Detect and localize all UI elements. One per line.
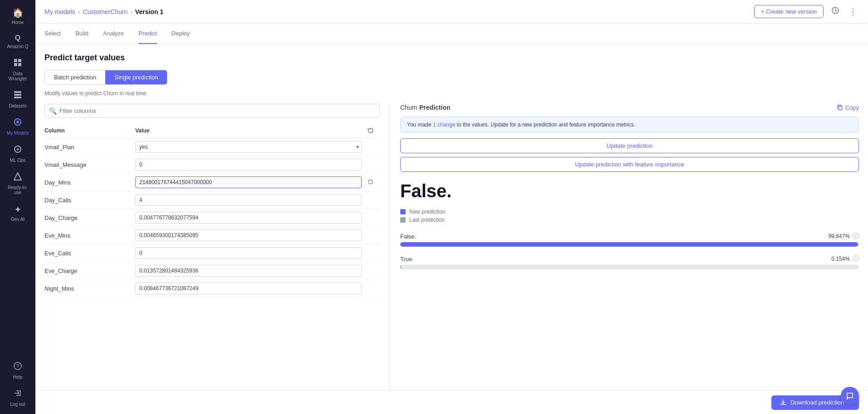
- breadcrumb-customer-churn[interactable]: CustomerChurn: [83, 8, 128, 15]
- page-title: Predict target values: [44, 53, 859, 63]
- true-bar-label: True.: [400, 256, 414, 263]
- row-column-name: Eve_Charge: [44, 268, 135, 274]
- sidebar: 🏠 Home Q Amazon Q Data Wrangler Datasets…: [0, 0, 35, 414]
- table-row: Day_Mins: [44, 174, 380, 191]
- true-pct-wrap: 0.154% ⓘ: [831, 255, 859, 263]
- header-actions: + Create new version ⋮: [754, 4, 859, 19]
- copy-label: Copy: [845, 104, 859, 111]
- churn-title-bold: Prediction: [417, 104, 450, 111]
- ready-to-use-icon: [13, 172, 22, 183]
- sidebar-item-label: Home: [12, 20, 24, 25]
- eve-charge-input[interactable]: [135, 265, 362, 277]
- subtitle: Modify values to predict Churn in real t…: [44, 90, 859, 97]
- datasets-icon: [13, 90, 22, 102]
- false-bar-track: [400, 242, 859, 247]
- update-prediction-button[interactable]: Update prediction: [400, 138, 859, 153]
- row-column-name: Night_Mins: [44, 285, 135, 292]
- sidebar-item-ready-to-use[interactable]: Ready-to-use: [2, 168, 33, 199]
- table-row: Day_Calls: [44, 191, 380, 209]
- last-prediction-dot: [400, 217, 406, 223]
- info-text-before: You made: [407, 122, 433, 128]
- right-panel: Churn Prediction Copy You made 1 change …: [389, 104, 859, 390]
- legend-label-new: New prediction: [409, 209, 445, 215]
- row-value: yes no ▾: [135, 141, 362, 153]
- tab-build[interactable]: Build: [75, 24, 88, 44]
- svg-marker-10: [14, 173, 21, 180]
- day-mins-input[interactable]: [135, 176, 362, 188]
- churn-header: Churn Prediction Copy: [400, 104, 859, 111]
- sidebar-item-amazon-q[interactable]: Q Amazon Q: [2, 30, 33, 53]
- new-prediction-dot: [400, 209, 406, 214]
- day-mins-reset-button[interactable]: [367, 178, 375, 187]
- row-column-name: Eve_Calls: [44, 250, 135, 257]
- col-header-column: Column: [44, 127, 135, 134]
- update-prediction-feature-button[interactable]: Update prediction with feature importanc…: [400, 157, 859, 172]
- history-button[interactable]: [829, 4, 842, 19]
- single-prediction-tab[interactable]: Single prediction: [105, 70, 167, 84]
- night-mins-input[interactable]: [135, 282, 362, 294]
- more-options-button[interactable]: ⋮: [847, 5, 859, 19]
- day-charge-input[interactable]: [135, 212, 362, 224]
- bottom-bar: Download prediction ▾: [35, 390, 868, 414]
- filter-input[interactable]: [44, 104, 380, 118]
- row-reset[interactable]: [362, 178, 380, 187]
- row-column-name: Eve_Mins: [44, 232, 135, 239]
- row-value: [135, 212, 362, 224]
- false-bar-row: False. 99.847% ⓘ: [400, 232, 859, 240]
- tab-select[interactable]: Select: [44, 24, 61, 44]
- table-header: Column Value: [44, 123, 380, 138]
- eve-calls-input[interactable]: [135, 247, 362, 259]
- left-panel: 🔍 Column Value Vmail_Plan: [44, 104, 389, 390]
- true-bar-track: [400, 265, 859, 269]
- day-calls-input[interactable]: [135, 194, 362, 206]
- row-value: [135, 282, 362, 294]
- sidebar-item-gen-ai[interactable]: ✦ Gen AI: [2, 200, 33, 225]
- table-row: Vmail_Message: [44, 156, 380, 174]
- ml-ops-icon: [13, 145, 22, 156]
- table-rows: Vmail_Plan yes no ▾: [44, 138, 380, 390]
- table-row: Vmail_Plan yes no ▾: [44, 138, 380, 156]
- sidebar-item-data-wrangler[interactable]: Data Wrangler: [2, 54, 33, 85]
- create-version-button[interactable]: + Create new version: [754, 5, 824, 18]
- row-value: [135, 247, 362, 259]
- tab-deploy[interactable]: Deploy: [172, 24, 190, 44]
- vmail-plan-select[interactable]: yes no: [135, 141, 362, 153]
- legend: New prediction Last prediction: [400, 209, 859, 223]
- sidebar-item-datasets[interactable]: Datasets: [2, 87, 33, 112]
- true-bar-pct: 0.154%: [831, 256, 850, 262]
- sidebar-item-home[interactable]: 🏠 Home: [2, 4, 33, 29]
- log-out-icon: [13, 389, 22, 400]
- copy-button[interactable]: Copy: [837, 104, 859, 111]
- row-column-name: Day_Mins: [44, 179, 135, 186]
- legend-label-last: Last prediction: [409, 217, 445, 223]
- sidebar-item-log-out[interactable]: Log out: [2, 385, 33, 410]
- breadcrumb-my-models[interactable]: My models: [44, 8, 75, 15]
- nav-tabs: Select Build Analyze Predict Deploy: [35, 24, 868, 44]
- false-info-icon[interactable]: ⓘ: [853, 232, 859, 240]
- eve-mins-input[interactable]: [135, 229, 362, 241]
- row-column-name: Vmail_Message: [44, 161, 135, 168]
- churn-title-plain: Churn: [400, 104, 417, 111]
- row-column-name: Day_Charge: [44, 214, 135, 221]
- churn-title: Churn Prediction: [400, 104, 451, 111]
- info-change-link[interactable]: 1 change: [433, 122, 455, 128]
- info-banner: You made 1 change to the values. Update …: [400, 117, 859, 133]
- row-value: [135, 176, 362, 188]
- content-area: Predict target values Batch prediction S…: [35, 44, 868, 390]
- vmail-message-input[interactable]: [135, 159, 362, 170]
- my-models-icon: [13, 117, 22, 129]
- svg-rect-0: [14, 59, 17, 62]
- row-value: [135, 194, 362, 206]
- svg-point-8: [16, 121, 19, 123]
- download-label: Download prediction: [790, 399, 844, 406]
- tab-predict[interactable]: Predict: [138, 24, 157, 44]
- batch-prediction-tab[interactable]: Batch prediction: [45, 70, 105, 84]
- chat-bubble[interactable]: [841, 387, 859, 405]
- sidebar-item-my-models[interactable]: My Models: [2, 114, 33, 139]
- col-header-reset: [362, 127, 380, 134]
- tab-analyze[interactable]: Analyze: [103, 24, 124, 44]
- sidebar-item-ml-ops[interactable]: ML Ops: [2, 141, 33, 166]
- sidebar-item-help[interactable]: ? Help: [2, 358, 33, 383]
- true-info-icon[interactable]: ⓘ: [853, 255, 859, 263]
- col-header-value: Value: [135, 127, 362, 134]
